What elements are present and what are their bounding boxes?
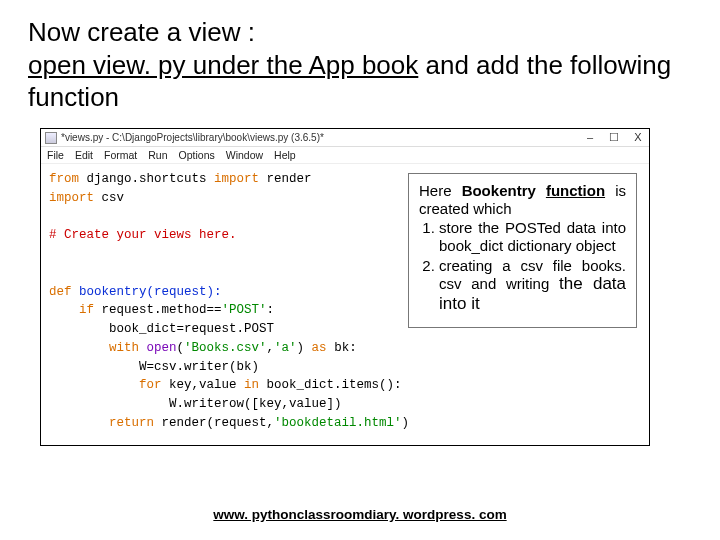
- kw-with: with: [49, 341, 139, 355]
- string: 'bookdetail.html': [274, 416, 402, 430]
- callout-bold-underline: function: [546, 182, 605, 199]
- code-text: book_dict.items():: [259, 378, 402, 392]
- kw-import: import: [49, 191, 94, 205]
- explanation-callout: Here Bookentry function is created which…: [408, 173, 637, 328]
- code-text: render(request,: [154, 416, 274, 430]
- kw-import: import: [214, 172, 259, 186]
- minimize-button[interactable]: –: [583, 131, 597, 144]
- menu-format[interactable]: Format: [104, 149, 137, 161]
- code-text: ): [297, 341, 312, 355]
- heading-line1: Now create a view :: [28, 17, 255, 47]
- maximize-button[interactable]: ☐: [607, 131, 621, 144]
- builtin-open: open: [139, 341, 177, 355]
- code-text: bk:: [327, 341, 357, 355]
- footer-link[interactable]: www. pythonclassroomdiary. wordpress. co…: [0, 507, 720, 522]
- window-title: *views.py - C:\DjangoProjects\library\bo…: [61, 132, 579, 143]
- kw-def: def: [49, 285, 72, 299]
- kw-in: in: [244, 378, 259, 392]
- callout-text: Here: [419, 182, 462, 199]
- code-text: ): [402, 416, 410, 430]
- string: 'Books.csv': [184, 341, 267, 355]
- menu-file[interactable]: File: [47, 149, 64, 161]
- instruction-heading: Now create a view : open view. py under …: [0, 0, 720, 122]
- app-icon: [45, 132, 57, 144]
- code-editor-window: *views.py - C:\DjangoProjects\library\bo…: [40, 128, 650, 446]
- kw-as: as: [312, 341, 327, 355]
- code-text: csv: [94, 191, 124, 205]
- callout-list: store the POSTed data into book_dict dic…: [419, 219, 626, 314]
- callout-lead: Here Bookentry function is created which: [419, 182, 626, 217]
- func-name: bookentry(request):: [72, 285, 222, 299]
- kw-return: return: [49, 416, 154, 430]
- close-button[interactable]: X: [631, 131, 645, 144]
- window-controls: – ☐ X: [583, 131, 645, 144]
- menu-options[interactable]: Options: [179, 149, 215, 161]
- code-text: :: [267, 303, 275, 317]
- code-text: django.shortcuts: [79, 172, 214, 186]
- code-text: W=csv.writer(bk): [49, 360, 259, 374]
- menu-edit[interactable]: Edit: [75, 149, 93, 161]
- callout-item-1: store the POSTed data into book_dict dic…: [439, 219, 626, 254]
- heading-line2a: open view. py under the App book: [28, 50, 418, 80]
- code-text: book_dict=request.POST: [49, 322, 274, 336]
- callout-item-2: creating a csv file books. csv and writi…: [439, 257, 626, 315]
- string: 'a': [274, 341, 297, 355]
- window-titlebar: *views.py - C:\DjangoProjects\library\bo…: [41, 129, 649, 147]
- callout-text: the: [559, 274, 583, 293]
- callout-bold: Bookentry: [462, 182, 546, 199]
- footer-link-text: www. pythonclassroomdiary. wordpress. co…: [213, 507, 506, 522]
- kw-for: for: [49, 378, 162, 392]
- code-text: render: [259, 172, 312, 186]
- code-text: (: [177, 341, 185, 355]
- kw-from: from: [49, 172, 79, 186]
- menu-window[interactable]: Window: [226, 149, 263, 161]
- menu-help[interactable]: Help: [274, 149, 296, 161]
- code-text: key,value: [162, 378, 245, 392]
- menu-run[interactable]: Run: [148, 149, 167, 161]
- kw-if: if: [49, 303, 94, 317]
- code-text: W.writerow([key,value]): [49, 397, 342, 411]
- code-text: request.method==: [94, 303, 222, 317]
- string: 'POST': [222, 303, 267, 317]
- code-text: ,: [267, 341, 275, 355]
- comment: # Create your views here.: [49, 228, 237, 242]
- menu-bar: File Edit Format Run Options Window Help: [41, 147, 649, 164]
